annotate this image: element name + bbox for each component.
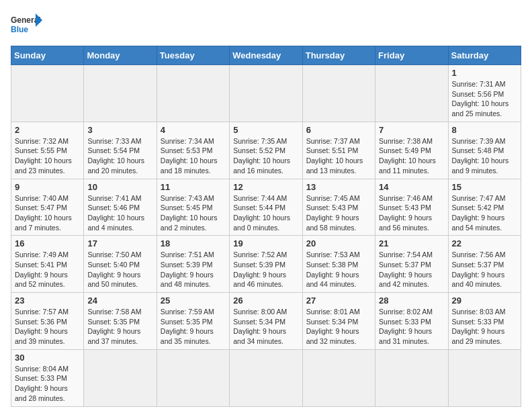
- calendar-day-cell: 8Sunrise: 7:39 AM Sunset: 5:48 PM Daylig…: [448, 122, 521, 179]
- calendar-body: 1Sunrise: 7:31 AM Sunset: 5:56 PM Daylig…: [11, 65, 521, 407]
- calendar-day-cell: [84, 65, 157, 122]
- day-info: Sunrise: 7:41 AM Sunset: 5:46 PM Dayligh…: [87, 193, 152, 233]
- weekday-header-row: SundayMondayTuesdayWednesdayThursdayFrid…: [11, 46, 521, 65]
- day-info: Sunrise: 7:56 AM Sunset: 5:37 PM Dayligh…: [452, 250, 517, 289]
- calendar-day-cell: 6Sunrise: 7:37 AM Sunset: 5:51 PM Daylig…: [302, 122, 375, 179]
- calendar-week-row: 23Sunrise: 7:57 AM Sunset: 5:36 PM Dayli…: [11, 293, 521, 350]
- calendar-day-cell: 26Sunrise: 8:00 AM Sunset: 5:34 PM Dayli…: [230, 293, 302, 350]
- day-number: 20: [306, 238, 371, 248]
- calendar-day-cell: 13Sunrise: 7:45 AM Sunset: 5:43 PM Dayli…: [302, 179, 375, 236]
- day-info: Sunrise: 7:34 AM Sunset: 5:53 PM Dayligh…: [161, 136, 226, 176]
- calendar-day-cell: 19Sunrise: 7:52 AM Sunset: 5:39 PM Dayli…: [230, 236, 302, 293]
- svg-text:Blue: Blue: [11, 25, 28, 34]
- calendar-day-cell: [157, 349, 229, 406]
- day-info: Sunrise: 8:03 AM Sunset: 5:33 PM Dayligh…: [452, 307, 517, 347]
- weekday-header-cell: Monday: [84, 46, 157, 65]
- day-number: 7: [379, 125, 444, 135]
- weekday-header-cell: Tuesday: [157, 46, 229, 65]
- day-number: 23: [15, 295, 80, 306]
- calendar-week-row: 2Sunrise: 7:32 AM Sunset: 5:55 PM Daylig…: [11, 122, 521, 179]
- day-info: Sunrise: 7:38 AM Sunset: 5:49 PM Dayligh…: [379, 136, 444, 176]
- calendar-day-cell: [11, 65, 84, 122]
- day-info: Sunrise: 7:57 AM Sunset: 5:36 PM Dayligh…: [15, 307, 80, 347]
- calendar-day-cell: [302, 349, 375, 406]
- weekday-header-cell: Thursday: [302, 46, 375, 65]
- day-number: 9: [15, 182, 80, 192]
- page-header: General Blue: [11, 11, 521, 39]
- calendar-day-cell: 11Sunrise: 7:43 AM Sunset: 5:45 PM Dayli…: [157, 179, 229, 236]
- weekday-header-cell: Friday: [375, 46, 448, 65]
- day-number: 26: [233, 295, 298, 306]
- calendar-day-cell: 10Sunrise: 7:41 AM Sunset: 5:46 PM Dayli…: [84, 179, 157, 236]
- day-info: Sunrise: 7:52 AM Sunset: 5:39 PM Dayligh…: [233, 250, 298, 289]
- calendar-table: SundayMondayTuesdayWednesdayThursdayFrid…: [11, 46, 521, 407]
- calendar-day-cell: 1Sunrise: 7:31 AM Sunset: 5:56 PM Daylig…: [448, 65, 521, 122]
- calendar-day-cell: [302, 65, 375, 122]
- day-info: Sunrise: 7:46 AM Sunset: 5:43 PM Dayligh…: [379, 193, 444, 233]
- day-info: Sunrise: 8:02 AM Sunset: 5:33 PM Dayligh…: [379, 307, 444, 347]
- calendar-day-cell: 29Sunrise: 8:03 AM Sunset: 5:33 PM Dayli…: [448, 293, 521, 350]
- calendar-day-cell: 9Sunrise: 7:40 AM Sunset: 5:47 PM Daylig…: [11, 179, 84, 236]
- calendar-day-cell: 27Sunrise: 8:01 AM Sunset: 5:34 PM Dayli…: [302, 293, 375, 350]
- day-number: 21: [379, 238, 444, 248]
- calendar-day-cell: 21Sunrise: 7:54 AM Sunset: 5:37 PM Dayli…: [375, 236, 448, 293]
- day-info: Sunrise: 7:50 AM Sunset: 5:40 PM Dayligh…: [87, 250, 152, 289]
- calendar-day-cell: 18Sunrise: 7:51 AM Sunset: 5:39 PM Dayli…: [157, 236, 229, 293]
- calendar-day-cell: 4Sunrise: 7:34 AM Sunset: 5:53 PM Daylig…: [157, 122, 229, 179]
- day-number: 6: [306, 125, 371, 135]
- day-number: 5: [233, 125, 298, 135]
- calendar-day-cell: 20Sunrise: 7:53 AM Sunset: 5:38 PM Dayli…: [302, 236, 375, 293]
- day-number: 29: [452, 295, 517, 306]
- day-info: Sunrise: 7:53 AM Sunset: 5:38 PM Dayligh…: [306, 250, 371, 289]
- calendar-day-cell: 24Sunrise: 7:58 AM Sunset: 5:35 PM Dayli…: [84, 293, 157, 350]
- calendar-week-row: 16Sunrise: 7:49 AM Sunset: 5:41 PM Dayli…: [11, 236, 521, 293]
- day-number: 22: [452, 238, 517, 248]
- day-number: 12: [233, 182, 298, 192]
- day-info: Sunrise: 7:33 AM Sunset: 5:54 PM Dayligh…: [87, 136, 152, 176]
- calendar-day-cell: [375, 65, 448, 122]
- logo: General Blue: [11, 11, 44, 39]
- calendar-day-cell: 30Sunrise: 8:04 AM Sunset: 5:33 PM Dayli…: [11, 349, 84, 406]
- day-number: 28: [379, 295, 444, 306]
- day-number: 14: [379, 182, 444, 192]
- calendar-day-cell: 16Sunrise: 7:49 AM Sunset: 5:41 PM Dayli…: [11, 236, 84, 293]
- day-info: Sunrise: 8:01 AM Sunset: 5:34 PM Dayligh…: [306, 307, 371, 347]
- day-number: 4: [161, 125, 226, 135]
- day-info: Sunrise: 7:45 AM Sunset: 5:43 PM Dayligh…: [306, 193, 371, 233]
- weekday-header-cell: Saturday: [448, 46, 521, 65]
- calendar-day-cell: [230, 349, 302, 406]
- day-number: 10: [87, 182, 152, 192]
- day-number: 19: [233, 238, 298, 248]
- logo-svg: General Blue: [11, 11, 44, 39]
- calendar-week-row: 1Sunrise: 7:31 AM Sunset: 5:56 PM Daylig…: [11, 65, 521, 122]
- calendar-day-cell: [448, 349, 521, 406]
- calendar-day-cell: 17Sunrise: 7:50 AM Sunset: 5:40 PM Dayli…: [84, 236, 157, 293]
- day-info: Sunrise: 7:39 AM Sunset: 5:48 PM Dayligh…: [452, 136, 517, 176]
- calendar-day-cell: 23Sunrise: 7:57 AM Sunset: 5:36 PM Dayli…: [11, 293, 84, 350]
- day-number: 15: [452, 182, 517, 192]
- calendar-day-cell: 7Sunrise: 7:38 AM Sunset: 5:49 PM Daylig…: [375, 122, 448, 179]
- calendar-day-cell: 22Sunrise: 7:56 AM Sunset: 5:37 PM Dayli…: [448, 236, 521, 293]
- day-number: 27: [306, 295, 371, 306]
- calendar-day-cell: 12Sunrise: 7:44 AM Sunset: 5:44 PM Dayli…: [230, 179, 302, 236]
- day-number: 2: [15, 125, 80, 135]
- day-info: Sunrise: 8:04 AM Sunset: 5:33 PM Dayligh…: [15, 364, 80, 404]
- day-info: Sunrise: 7:59 AM Sunset: 5:35 PM Dayligh…: [161, 307, 226, 347]
- day-number: 3: [87, 125, 152, 135]
- day-number: 11: [161, 182, 226, 192]
- day-info: Sunrise: 7:58 AM Sunset: 5:35 PM Dayligh…: [87, 307, 152, 347]
- calendar-day-cell: 28Sunrise: 8:02 AM Sunset: 5:33 PM Dayli…: [375, 293, 448, 350]
- day-number: 1: [452, 68, 517, 78]
- day-info: Sunrise: 7:44 AM Sunset: 5:44 PM Dayligh…: [233, 193, 298, 233]
- calendar-day-cell: [157, 65, 229, 122]
- weekday-header-cell: Sunday: [11, 46, 84, 65]
- day-number: 17: [87, 238, 152, 248]
- day-number: 8: [452, 125, 517, 135]
- day-info: Sunrise: 7:31 AM Sunset: 5:56 PM Dayligh…: [452, 79, 517, 119]
- calendar-week-row: 9Sunrise: 7:40 AM Sunset: 5:47 PM Daylig…: [11, 179, 521, 236]
- day-info: Sunrise: 7:47 AM Sunset: 5:42 PM Dayligh…: [452, 193, 517, 233]
- calendar-day-cell: [84, 349, 157, 406]
- calendar-day-cell: [230, 65, 302, 122]
- day-info: Sunrise: 7:54 AM Sunset: 5:37 PM Dayligh…: [379, 250, 444, 289]
- calendar-day-cell: 15Sunrise: 7:47 AM Sunset: 5:42 PM Dayli…: [448, 179, 521, 236]
